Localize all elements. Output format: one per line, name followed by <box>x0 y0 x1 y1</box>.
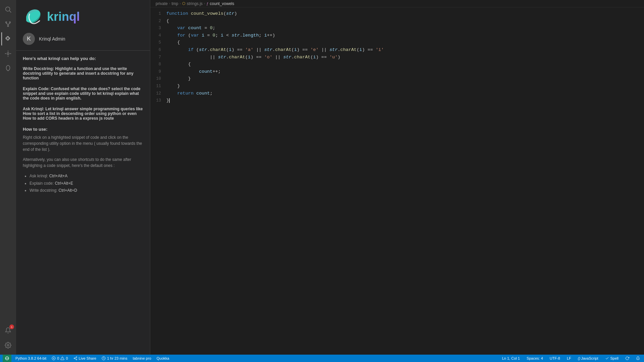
line-num-12: 12 <box>150 90 166 97</box>
live-share-label: Live Share <box>79 356 97 360</box>
status-spell[interactable]: Spell <box>604 356 620 360</box>
breadcrumb-sep-3: › <box>204 2 205 5</box>
spell-label: Spell <box>610 356 619 360</box>
feature-write-docstring: Write Docstring: Highlight a function an… <box>23 66 143 80</box>
activity-debug[interactable] <box>1 47 15 60</box>
breadcrumb-strings: strings.js <box>187 1 203 6</box>
line-num-7: 7 <box>150 54 166 61</box>
svg-point-2 <box>6 22 7 23</box>
svg-point-14 <box>76 357 77 358</box>
line-content-3: var count = 0; <box>166 24 644 32</box>
python-label: Python 3.8.2 64-bit <box>15 356 46 360</box>
activity-settings[interactable] <box>1 339 15 352</box>
code-line-13: 13 } <box>150 97 644 104</box>
status-python[interactable]: Python 3.8.2 64-bit <box>14 356 48 360</box>
breadcrumb: private › tmp › ⬡ strings.js › ƒ count_v… <box>150 0 644 7</box>
line-num-11: 11 <box>150 83 166 89</box>
feature-title-1: Write Docstring: Highlight a function an… <box>23 66 143 80</box>
code-line-9: 9 count++; <box>150 68 644 75</box>
language-label: ()JavaScript <box>578 356 598 360</box>
svg-line-17 <box>75 359 76 359</box>
line-num-13: 13 <box>150 98 166 104</box>
line-content-8: { <box>166 61 644 68</box>
status-language[interactable]: ()JavaScript <box>577 356 600 360</box>
code-line-7: 7 || str.charAt(i) == 'o' || str.charAt(… <box>150 54 644 61</box>
line-content-1: function count_vowels(str) <box>166 10 644 17</box>
status-live-share[interactable]: Live Share <box>72 356 98 360</box>
breadcrumb-count-vowels: count_vowels <box>210 1 234 6</box>
line-content-7: || str.charAt(i) == 'o' || str.charAt(i)… <box>166 54 644 61</box>
how-to-section: How to use: Right click on a highlighted… <box>23 127 143 194</box>
shortcut-ask: Ask krinql: Ctrl+Alt+A <box>30 173 143 180</box>
line-num-9: 9 <box>150 69 166 75</box>
svg-line-1 <box>9 11 11 12</box>
krinql-logo <box>23 7 43 27</box>
status-bar: Python 3.8.2 64-bit 0 0 Live Share 1 hr … <box>0 355 644 362</box>
code-line-3: 3 var count = 0; <box>150 24 644 32</box>
line-num-8: 8 <box>150 61 166 68</box>
line-content-4: for (var i = 0; i < str.length; i++) <box>166 32 644 39</box>
svg-point-15 <box>74 358 75 359</box>
line-content-12: return count; <box>166 90 644 97</box>
line-content-6: if (str.charAt(i) == 'a' || str.charAt(i… <box>166 46 644 54</box>
feature-title-2: Explain Code: Confused what the code doe… <box>23 86 143 101</box>
activity-krinql[interactable] <box>1 62 15 75</box>
code-line-11: 11 } <box>150 82 644 90</box>
krinql-header: krinql <box>16 0 150 30</box>
breadcrumb-sep-1: › <box>169 2 170 5</box>
status-right: Ln 1, Col 1 Spaces: 4 UTF-8 LF ()JavaScr… <box>501 356 641 360</box>
position-label: Ln 1, Col 1 <box>502 356 520 360</box>
line-content-13: } <box>166 97 644 104</box>
code-line-10: 10 } <box>150 75 644 82</box>
line-num-5: 5 <box>150 40 166 46</box>
error-count: 0 <box>57 356 59 360</box>
status-position[interactable]: Ln 1, Col 1 <box>501 356 521 360</box>
activity-notifications[interactable]: 1 <box>1 324 15 337</box>
quokka-label: Quokka <box>157 356 169 360</box>
activity-extensions[interactable] <box>1 32 15 46</box>
status-encoding[interactable]: UTF-8 <box>548 356 561 360</box>
line-content-9: count++; <box>166 68 644 75</box>
user-avatar: K <box>23 33 35 45</box>
svg-line-18 <box>75 357 76 358</box>
code-line-4: 4 for (var i = 0; i < str.length; i++) <box>150 32 644 39</box>
svg-point-16 <box>76 359 77 360</box>
tabnine-label: tabnine pro <box>133 356 151 360</box>
status-bell[interactable] <box>635 356 641 360</box>
sidebar-content: Here's what krinql can help you do: Writ… <box>16 51 150 206</box>
activity-source-control[interactable] <box>1 17 15 31</box>
status-errors[interactable]: 0 0 <box>50 356 69 360</box>
sidebar-panel: krinql K Krinql Admin Here's what krinql… <box>16 0 150 355</box>
time-label: 1 hr 23 mins <box>107 356 127 360</box>
status-left: Python 3.8.2 64-bit 0 0 Live Share 1 hr … <box>3 355 171 362</box>
status-eol[interactable]: LF <box>566 356 573 360</box>
line-content-2: { <box>166 17 644 25</box>
activity-search[interactable] <box>1 3 15 16</box>
svg-point-3 <box>9 22 11 23</box>
code-editor[interactable]: 1 function count_vowels(str) 2 { 3 var c… <box>150 7 644 355</box>
help-title: Here's what krinql can help you do: <box>23 56 143 61</box>
user-row: K Krinql Admin <box>16 30 150 51</box>
status-remote[interactable] <box>3 355 11 362</box>
notification-badge: 1 <box>9 324 14 329</box>
line-num-6: 6 <box>150 47 166 53</box>
code-line-6: 6 if (str.charAt(i) == 'a' || str.charAt… <box>150 46 644 54</box>
code-line-5: 5 { <box>150 39 644 46</box>
user-name: Krinql Admin <box>39 36 65 42</box>
status-quokka[interactable]: Quokka <box>155 356 171 360</box>
shortcut-docstring: Write docstring: Ctrl+Alt+D <box>30 187 143 194</box>
shortcut-list: Ask krinql: Ctrl+Alt+A Explain code: Ctr… <box>23 173 143 194</box>
line-content-5: { <box>166 39 644 46</box>
feature-explain-code: Explain Code: Confused what the code doe… <box>23 86 143 101</box>
warning-count: 0 <box>66 356 68 360</box>
activity-bar-bottom: 1 <box>1 324 15 355</box>
code-line-1: 1 function count_vowels(str) <box>150 10 644 17</box>
status-tabnine[interactable]: tabnine pro <box>131 356 153 360</box>
encoding-label: UTF-8 <box>550 356 560 360</box>
status-refresh[interactable] <box>624 356 631 360</box>
status-time[interactable]: 1 hr 23 mins <box>100 356 129 360</box>
breadcrumb-tmp: tmp <box>171 1 178 6</box>
status-spaces[interactable]: Spaces: 4 <box>525 356 544 360</box>
how-to-text: Right click on a highlighted snippet of … <box>23 134 143 153</box>
alt-text: Alternatively, you can also use shortcut… <box>23 157 143 169</box>
